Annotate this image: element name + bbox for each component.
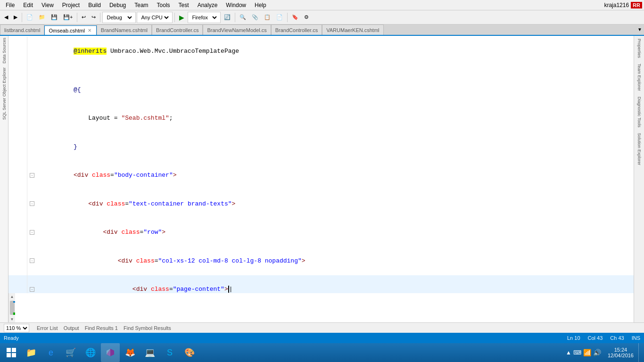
start-button[interactable] <box>2 343 21 362</box>
paste-button[interactable]: 📄 <box>274 12 285 23</box>
menu-edit[interactable]: Edit <box>19 1 37 9</box>
tab-brandcontroller[interactable]: BrandController.cs <box>152 25 203 35</box>
user-badge: RR <box>631 2 642 8</box>
line-content-7: <div class="text-container brand-texts"> <box>37 189 634 218</box>
tab-label: VARUMaerKEN.cshtml <box>326 27 379 33</box>
browser-dropdown[interactable]: Firefox Chrome IE <box>188 12 221 23</box>
back-button[interactable]: ◀ <box>2 12 10 23</box>
taskbar-clock[interactable]: 15:24 12/04/2016 <box>604 347 637 358</box>
undo-button[interactable]: ↩ <box>79 12 88 23</box>
tab-brandcontroller2[interactable]: BrandController.cs <box>271 25 322 35</box>
tab-brandnames[interactable]: BrandNames.cshtml <box>97 25 152 35</box>
taskbar-file-explorer[interactable]: 📁 <box>22 343 41 362</box>
breakpoint-button[interactable]: ⚙ <box>302 12 311 23</box>
line-number-2 <box>8 66 27 76</box>
taskbar-paint[interactable]: 🎨 <box>180 343 199 362</box>
show-desktop-button[interactable] <box>638 343 642 362</box>
menu-help[interactable]: Help <box>251 1 270 9</box>
taskbar-chrome[interactable]: 🌐 <box>81 343 100 362</box>
line-number-6 <box>8 161 27 190</box>
menu-test[interactable]: Test <box>175 1 193 9</box>
find-symbol-tab[interactable]: Find Symbol Results <box>122 324 173 332</box>
line-content-10: <div class="page-content">| <box>37 275 634 294</box>
search-button[interactable]: 🔍 <box>237 12 248 23</box>
refresh-button[interactable]: 🔄 <box>222 12 233 23</box>
open-file-button[interactable]: 📁 <box>36 12 48 23</box>
platform-select[interactable]: Any CPU x86 x64 <box>139 14 170 21</box>
menu-file[interactable]: File <box>2 1 18 9</box>
code-line-1: @inherits Umbraco.Web.Mvc.UmbracoTemplat… <box>8 37 634 66</box>
scroll-down-arrow[interactable]: ▼ <box>9 316 16 322</box>
tray-arrow[interactable]: ▲ <box>566 349 571 356</box>
menu-tools[interactable]: Tools <box>153 1 174 9</box>
diagnostic-tools-label[interactable]: Diagnostic Tools <box>636 94 643 130</box>
clock-date: 12/04/2016 <box>608 353 634 358</box>
taskbar-skype[interactable]: S <box>160 343 179 362</box>
status-ch: Ch 43 <box>610 335 624 341</box>
tab-omseab[interactable]: Omseab.cshtml ✕ <box>44 25 96 36</box>
collapse-7[interactable]: - <box>30 201 34 206</box>
tab-brandviewname[interactable]: BrandViewNameModel.cs <box>203 25 271 35</box>
tray-keyboard[interactable]: ⌨ <box>573 349 581 356</box>
platform-dropdown[interactable]: Any CPU x86 x64 <box>137 12 173 23</box>
tray-volume[interactable]: 🔊 <box>593 349 601 356</box>
redo-button[interactable]: ↪ <box>89 12 98 23</box>
tab-varum[interactable]: VARUMaerKEN.cshtml <box>322 25 383 35</box>
status-ready: Ready <box>4 335 19 341</box>
zoom-select[interactable]: 110 % 100 % 150 % <box>4 324 29 332</box>
taskbar-store[interactable]: 🛒 <box>61 343 80 362</box>
tray-network[interactable]: 📶 <box>583 349 591 356</box>
tab-label: BrandNames.cshtml <box>101 27 148 33</box>
menu-team[interactable]: Team <box>131 1 152 9</box>
menu-build[interactable]: Build <box>84 1 105 9</box>
debug-config-select[interactable]: Debug Release <box>105 14 133 21</box>
menu-window[interactable]: Window <box>222 1 250 9</box>
code-line-10: - <div class="page-content">| <box>8 275 634 294</box>
taskbar-remote[interactable]: 💻 <box>140 343 159 362</box>
taskbar-firefox[interactable]: 🦊 <box>121 343 140 362</box>
find-results-tab[interactable]: Find Results 1 <box>83 324 120 332</box>
separator-6 <box>287 13 288 22</box>
browser-select[interactable]: Firefox Chrome IE <box>190 14 218 21</box>
save-all-button[interactable]: 💾+ <box>61 12 75 23</box>
menu-debug[interactable]: Debug <box>106 1 130 9</box>
line-number-10 <box>8 275 27 294</box>
debug-config-dropdown[interactable]: Debug Release <box>102 12 136 23</box>
collapse-9[interactable]: - <box>30 258 34 263</box>
team-explorer-label[interactable]: Team Explorer <box>636 61 643 94</box>
code-line-3: @{ <box>8 75 634 104</box>
collapse-8[interactable]: - <box>30 230 34 235</box>
menu-project[interactable]: Project <box>58 1 83 9</box>
status-bar: Ready Ln 10 Col 43 Ch 43 INS <box>0 333 644 343</box>
copy-button[interactable]: 📋 <box>262 12 273 23</box>
code-line-7: - <div class="text-container brand-texts… <box>8 189 634 218</box>
solution-explorer-label[interactable]: Solution Explorer <box>636 130 643 168</box>
bookmark-button[interactable]: 🔖 <box>289 12 301 23</box>
tab-listbrand[interactable]: listbrand.cshtml <box>0 25 44 35</box>
code-editor[interactable]: @inherits Umbraco.Web.Mvc.UmbracoTemplat… <box>8 36 634 293</box>
taskbar-vs[interactable] <box>101 343 120 362</box>
code-line-2 <box>8 66 634 76</box>
sidebar-sql-server[interactable]: SQL Server Object Explorer <box>1 66 8 122</box>
sidebar-data-sources[interactable]: Data Sources <box>1 36 8 66</box>
taskbar-ie[interactable]: e <box>41 343 60 362</box>
collapse-10[interactable]: - <box>30 287 34 292</box>
output-tab[interactable]: Output <box>62 324 81 332</box>
editor-scrollbar[interactable]: ▲ ▼ <box>8 293 15 322</box>
menu-analyze[interactable]: Analyze <box>194 1 222 9</box>
run-button[interactable]: ▶ <box>177 12 187 23</box>
vs-logo <box>106 348 115 357</box>
error-list-tab[interactable]: Error List <box>35 324 60 332</box>
tab-scroll-arrow[interactable]: ▼ <box>636 25 644 35</box>
collapse-6[interactable]: - <box>30 173 34 178</box>
menu-view[interactable]: View <box>38 1 58 9</box>
tab-close-omseab[interactable]: ✕ <box>87 28 92 33</box>
code-line-5: } <box>8 132 634 161</box>
new-file-button[interactable]: 📄 <box>24 12 35 23</box>
forward-button[interactable]: ▶ <box>11 12 20 23</box>
scroll-up-arrow[interactable]: ▲ <box>9 293 16 300</box>
save-button[interactable]: 💾 <box>49 12 60 23</box>
attach-button[interactable]: 📎 <box>249 12 261 23</box>
right-panel: Properties Team Explorer Diagnostic Tool… <box>634 36 644 322</box>
properties-panel-label[interactable]: Properties <box>636 36 643 61</box>
